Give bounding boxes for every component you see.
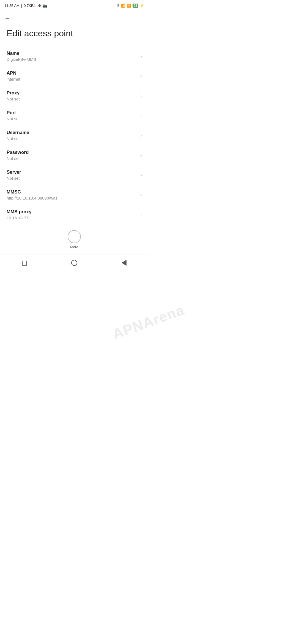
page-title: Edit access point <box>0 26 148 46</box>
wifi-icon: 🛜 <box>127 4 131 8</box>
circle-icon <box>71 260 77 266</box>
recents-button[interactable] <box>16 259 32 268</box>
settings-item-name[interactable]: NameDigicel-Sv-MMS› <box>0 46 148 66</box>
speed-separator: | <box>21 4 22 8</box>
item-label-1: APN <box>7 70 138 76</box>
chevron-right-icon: › <box>140 152 142 158</box>
item-label-0: Name <box>7 51 138 56</box>
item-value-5: Not set <box>7 156 138 161</box>
chevron-right-icon: › <box>140 133 142 138</box>
chevron-right-icon: › <box>140 73 142 79</box>
settings-item-password[interactable]: PasswordNot set› <box>0 145 148 165</box>
bolt-icon: ⚡ <box>140 4 144 8</box>
status-left: 11:35 AM | 0.7KB/s ⚙ 📷 <box>4 4 47 8</box>
back-button[interactable]: ← <box>4 14 13 23</box>
battery-indicator: 38 <box>133 4 138 8</box>
more-icon: ⋯ <box>72 233 77 240</box>
item-label-4: Username <box>7 130 138 135</box>
settings-item-username[interactable]: UsernameNot set› <box>0 125 148 145</box>
item-label-3: Port <box>7 110 138 116</box>
watermark: APNArena <box>110 301 148 322</box>
bluetooth-icon: 𝔹 <box>117 4 120 8</box>
item-value-0: Digicel-Sv-MMS <box>7 57 138 62</box>
item-value-3: Not set <box>7 116 138 121</box>
status-bar: 11:35 AM | 0.7KB/s ⚙ 📷 𝔹 📶 🛜 38 ⚡ <box>0 0 148 10</box>
network-speed: 0.7KB/s <box>24 4 36 8</box>
settings-item-proxy[interactable]: ProxyNot set› <box>0 86 148 106</box>
settings-item-mmsc[interactable]: MMSChttp://10.16.18.4:38090/was› <box>0 185 148 205</box>
item-label-8: MMS proxy <box>7 209 138 215</box>
settings-icon: ⚙ <box>38 4 41 8</box>
back-nav-button[interactable] <box>116 259 132 269</box>
chevron-right-icon: › <box>140 113 142 119</box>
square-icon <box>22 261 27 266</box>
item-label-5: Password <box>7 150 138 155</box>
signal-icon: 📶 <box>121 4 125 8</box>
item-value-2: Not set <box>7 97 138 101</box>
chevron-right-icon: › <box>140 212 142 218</box>
settings-item-mms-proxy[interactable]: MMS proxy10.16.18.77› <box>0 205 148 225</box>
item-value-1: internet <box>7 77 138 81</box>
settings-list: NameDigicel-Sv-MMS›APNinternet›ProxyNot … <box>0 46 148 225</box>
settings-item-server[interactable]: ServerNot set› <box>0 165 148 185</box>
chevron-right-icon: › <box>140 192 142 198</box>
status-right: 𝔹 📶 🛜 38 ⚡ <box>117 4 144 8</box>
item-label-6: Server <box>7 170 138 175</box>
bottom-nav <box>0 255 148 274</box>
triangle-icon <box>122 260 127 266</box>
item-label-2: Proxy <box>7 90 138 96</box>
camera-icon: 📷 <box>43 4 47 8</box>
chevron-right-icon: › <box>140 93 142 99</box>
item-value-7: http://10.16.18.4:38090/was <box>7 196 138 200</box>
more-button[interactable]: ⋯ <box>68 230 81 243</box>
item-label-7: MMSC <box>7 189 138 195</box>
home-button[interactable] <box>66 259 83 269</box>
battery-level: 38 <box>133 4 138 8</box>
item-value-4: Not set <box>7 136 138 141</box>
item-value-6: Not set <box>7 176 138 181</box>
time: 11:35 AM <box>4 4 20 8</box>
item-value-8: 10.16.18.77 <box>7 215 138 220</box>
chevron-right-icon: › <box>140 53 142 59</box>
settings-item-apn[interactable]: APNinternet› <box>0 66 148 86</box>
more-label: More <box>70 245 78 249</box>
chevron-right-icon: › <box>140 172 142 178</box>
settings-item-port[interactable]: PortNot set› <box>0 106 148 125</box>
more-section: ⋯ More <box>0 225 148 252</box>
toolbar: ← <box>0 10 148 26</box>
